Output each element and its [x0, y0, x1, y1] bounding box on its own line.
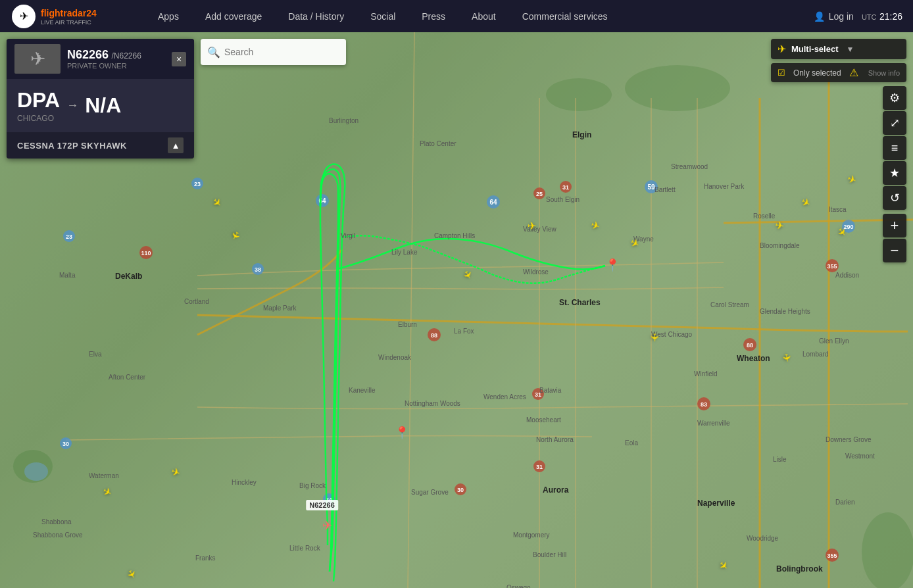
map-label: Plato Center: [420, 140, 457, 147]
map-label: Shabbona Grove: [33, 531, 83, 539]
search-bar[interactable]: 🔍: [201, 39, 346, 65]
panel-close-button[interactable]: ×: [172, 52, 186, 66]
map-label: Boulder Hill: [533, 551, 566, 558]
nav-social[interactable]: Social: [357, 0, 408, 32]
nav-items: Apps Add coverage Data / History Social …: [145, 0, 803, 32]
svg-point-1: [625, 65, 730, 111]
nav-about[interactable]: About: [458, 0, 509, 32]
svg-point-32: [826, 549, 839, 562]
map-label: St. Charles: [559, 298, 601, 307]
fullscreen-button[interactable]: ⤢: [883, 111, 906, 135]
show-info-icon: ⚠: [849, 66, 858, 79]
map-label: Lombard: [802, 351, 828, 358]
plane-icon[interactable]: ✈: [528, 220, 536, 232]
flight-label: N62266: [306, 500, 338, 510]
map-label: Warrenville: [697, 420, 730, 427]
top-navigation: ✈ flightradar24 LIVE AIR TRAFFIC Apps Ad…: [0, 0, 913, 32]
svg-point-26: [532, 388, 544, 400]
logo[interactable]: ✈ flightradar24 LIVE AIR TRAFFIC: [0, 5, 145, 28]
map-label: Malta: [59, 272, 75, 279]
svg-text:355: 355: [827, 552, 837, 559]
svg-text:110: 110: [141, 250, 151, 257]
utc-label: UTC: [862, 13, 877, 21]
nav-press[interactable]: Press: [408, 0, 458, 32]
map-label: Carol Stream: [710, 301, 749, 308]
svg-text:31: 31: [562, 184, 569, 191]
plane-icon[interactable]: ✈: [628, 236, 642, 251]
map-label: Franks: [195, 554, 216, 562]
map-label: South Elgin: [546, 196, 580, 203]
map-label: Kaneville: [349, 387, 376, 394]
login-button[interactable]: 👤 Log in: [814, 11, 854, 22]
nav-data-history[interactable]: Data / History: [275, 0, 357, 32]
nav-add-coverage[interactable]: Add coverage: [192, 0, 275, 32]
svg-point-4: [13, 450, 53, 483]
map-label: Darien: [835, 499, 854, 506]
map-label: Virgil: [341, 232, 355, 239]
map-label: Maple Park: [263, 305, 297, 312]
plane-icon[interactable]: ✈: [589, 218, 602, 233]
map-label: Glen Ellyn: [819, 337, 849, 345]
right-controls: ✈ Multi-select ▼ ☑ Only selected ⚠ Show …: [771, 39, 906, 262]
svg-point-24: [533, 460, 545, 472]
only-selected-label: Only selected: [793, 68, 841, 78]
map-label: Wenden Acres: [483, 393, 526, 401]
svg-point-12: [139, 246, 153, 259]
svg-point-34: [455, 483, 466, 495]
zoom-controls: + −: [883, 214, 906, 262]
map-label: La Fox: [454, 328, 474, 335]
map-label: Bolingbrook: [776, 564, 823, 574]
nav-commercial[interactable]: Commercial services: [509, 0, 621, 32]
map-label: Downers Grove: [826, 436, 871, 443]
svg-point-3: [862, 512, 913, 588]
selected-plane-group[interactable]: N62266 ✈: [322, 518, 332, 533]
svg-point-40: [743, 338, 756, 351]
plane-icon[interactable]: ✈: [228, 229, 243, 243]
settings-button[interactable]: ⚙: [883, 86, 906, 110]
favorites-button[interactable]: ★: [883, 161, 906, 185]
nav-apps[interactable]: Apps: [145, 0, 192, 32]
svg-text:31: 31: [535, 391, 541, 398]
plane-icon[interactable]: ✈: [210, 195, 225, 210]
expand-button[interactable]: ▲: [168, 137, 184, 153]
map-label: Elburn: [398, 321, 417, 328]
map-label: Glendale Heights: [760, 308, 810, 315]
map-label: Nottingham Woods: [405, 400, 460, 407]
plane-icon[interactable]: ✈: [649, 333, 661, 342]
svg-point-18: [63, 230, 75, 242]
multi-select-bar[interactable]: ✈ Multi-select ▼: [771, 39, 906, 59]
plane-icon[interactable]: ✈: [101, 485, 114, 500]
plane-icon[interactable]: ✈: [780, 353, 794, 363]
plane-icon[interactable]: ✈: [716, 558, 731, 574]
plane-icon[interactable]: ✈: [170, 465, 182, 479]
map-label: Wildrose: [523, 268, 549, 276]
map-label: Batavia: [539, 387, 561, 394]
zoom-out-button[interactable]: −: [883, 239, 906, 262]
origin-code: DPA: [17, 88, 60, 112]
svg-text:355: 355: [827, 263, 837, 270]
svg-text:59: 59: [647, 184, 655, 191]
plane-icon[interactable]: ✈: [124, 568, 139, 581]
refresh-button[interactable]: ↺: [883, 186, 906, 210]
zoom-in-button[interactable]: +: [883, 214, 906, 237]
map-label: Westmont: [845, 453, 875, 460]
search-input[interactable]: [224, 47, 339, 57]
filter-button[interactable]: ≡: [883, 136, 906, 160]
panel-owner: PRIVATE OWNER: [67, 62, 141, 70]
svg-point-20: [252, 263, 264, 275]
map-label: Wheaton: [737, 354, 770, 363]
map-label: North Aurora: [536, 436, 574, 443]
search-container: 🔍: [201, 39, 346, 65]
route-arrow: →: [66, 99, 78, 112]
svg-point-5: [24, 462, 48, 481]
panel-registration: /N62266: [112, 51, 141, 61]
show-info-label: Show info: [868, 69, 900, 77]
map-label: Mooseheart: [526, 416, 561, 424]
plane-icon[interactable]: ✈: [460, 268, 476, 282]
location-pin-2: 📍: [395, 426, 409, 440]
svg-point-38: [60, 437, 72, 449]
location-pin-1: 📍: [605, 258, 620, 272]
only-selected-check[interactable]: ☑: [777, 68, 785, 78]
panel-flight-id: N62266: [67, 48, 109, 61]
map-label: Elgin: [572, 130, 591, 139]
